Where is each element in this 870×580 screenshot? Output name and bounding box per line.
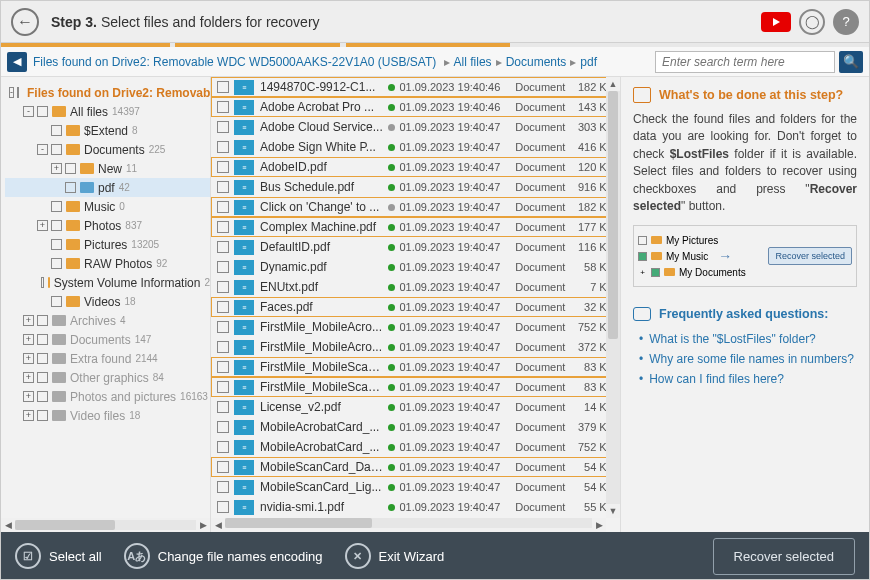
- file-row[interactable]: ≡Dynamic.pdf01.09.2023 19:40:47Document5…: [211, 257, 620, 277]
- file-row[interactable]: ≡MobileAcrobatCard_...01.09.2023 19:40:4…: [211, 437, 620, 457]
- tree-item[interactable]: -All files14397: [5, 102, 210, 121]
- pdf-icon: ≡: [234, 420, 254, 435]
- back-button[interactable]: ←: [11, 8, 39, 36]
- tree-item[interactable]: Pictures13205: [5, 235, 210, 254]
- faq-link[interactable]: Why are some file names in numbers?: [639, 349, 857, 369]
- breadcrumb[interactable]: Files found on Drive2: Removable WDC WD5…: [33, 55, 597, 69]
- hint-illustration: My Pictures My Music→Recover selected +M…: [633, 225, 857, 287]
- file-checkbox[interactable]: [217, 221, 229, 233]
- file-checkbox[interactable]: [217, 441, 229, 453]
- file-checkbox[interactable]: [217, 81, 229, 93]
- tree-item[interactable]: pdf42: [5, 178, 210, 197]
- file-checkbox[interactable]: [217, 101, 229, 113]
- file-checkbox[interactable]: [217, 481, 229, 493]
- status-dot: [383, 320, 399, 334]
- file-row[interactable]: ≡Complex Machine.pdf01.09.2023 19:40:47D…: [211, 217, 620, 237]
- file-row[interactable]: ≡FirstMile_MobileAcro...01.09.2023 19:40…: [211, 337, 620, 357]
- tree-item[interactable]: +Photos837: [5, 216, 210, 235]
- file-name: Faces.pdf: [260, 300, 383, 314]
- file-name: MobileAcrobatCard_...: [260, 440, 383, 454]
- file-row[interactable]: ≡FirstMile_MobileScan...01.09.2023 19:40…: [211, 377, 620, 397]
- recover-selected-button[interactable]: Recover selected: [713, 538, 855, 575]
- tree-item[interactable]: Music0: [5, 197, 210, 216]
- file-row[interactable]: ≡License_v2.pdf01.09.2023 19:40:47Docume…: [211, 397, 620, 417]
- tree-item[interactable]: +Documents147: [5, 330, 210, 349]
- exit-wizard-button[interactable]: ✕Exit Wizard: [345, 543, 445, 569]
- tree-item[interactable]: Videos18: [5, 292, 210, 311]
- file-checkbox[interactable]: [217, 501, 229, 513]
- file-row[interactable]: ≡AdobeID.pdf01.09.2023 19:40:47Document1…: [211, 157, 620, 177]
- file-row[interactable]: ≡Bus Schedule.pdf01.09.2023 19:40:47Docu…: [211, 177, 620, 197]
- pdf-icon: ≡: [234, 340, 254, 355]
- nav-back-icon[interactable]: ◀: [7, 52, 27, 72]
- select-all-button[interactable]: ☑Select all: [15, 543, 102, 569]
- file-checkbox[interactable]: [217, 241, 229, 253]
- tree-item[interactable]: +Extra found2144: [5, 349, 210, 368]
- file-date: 01.09.2023 19:40:47: [399, 201, 515, 213]
- tree-item[interactable]: $Extend8: [5, 121, 210, 140]
- file-row[interactable]: ≡MobileScanCard_Dar...01.09.2023 19:40:4…: [211, 457, 620, 477]
- search-button[interactable]: 🔍: [839, 51, 863, 73]
- file-type: Document: [515, 381, 572, 393]
- tree-h-scrollbar[interactable]: ◀▶: [1, 518, 210, 532]
- folder-tree[interactable]: -Files found on Drive2: Removab-All file…: [1, 77, 211, 532]
- status-dot: [383, 500, 399, 514]
- pdf-icon: ≡: [234, 240, 254, 255]
- file-type: Document: [515, 401, 572, 413]
- youtube-icon[interactable]: [761, 12, 791, 32]
- file-name: ENUtxt.pdf: [260, 280, 383, 294]
- tree-item[interactable]: System Volume Information2: [5, 273, 210, 292]
- file-row[interactable]: ≡1494870C-9912-C1...01.09.2023 19:40:46D…: [211, 77, 620, 97]
- file-row[interactable]: ≡MobileAcrobatCard_...01.09.2023 19:40:4…: [211, 417, 620, 437]
- help-icon[interactable]: ?: [833, 9, 859, 35]
- search-input[interactable]: [655, 51, 835, 73]
- file-checkbox[interactable]: [217, 281, 229, 293]
- file-checkbox[interactable]: [217, 401, 229, 413]
- file-name: nvidia-smi.1.pdf: [260, 500, 383, 514]
- file-row[interactable]: ≡Adobe Acrobat Pro ...01.09.2023 19:40:4…: [211, 97, 620, 117]
- file-row[interactable]: ≡Faces.pdf01.09.2023 19:40:47Document32 …: [211, 297, 620, 317]
- file-checkbox[interactable]: [217, 261, 229, 273]
- tree-item[interactable]: +New11: [5, 159, 210, 178]
- tree-item[interactable]: +Photos and pictures16163: [5, 387, 210, 406]
- file-checkbox[interactable]: [217, 161, 229, 173]
- file-checkbox[interactable]: [217, 141, 229, 153]
- file-row[interactable]: ≡nvidia-smi.1.pdf01.09.2023 19:40:47Docu…: [211, 497, 620, 517]
- tree-item[interactable]: +Archives4: [5, 311, 210, 330]
- tree-item[interactable]: -Files found on Drive2: Removab: [5, 83, 210, 102]
- file-row[interactable]: ≡FirstMile_MobileScan...01.09.2023 19:40…: [211, 357, 620, 377]
- file-row[interactable]: ≡FirstMile_MobileAcro...01.09.2023 19:40…: [211, 317, 620, 337]
- file-checkbox[interactable]: [217, 361, 229, 373]
- file-checkbox[interactable]: [217, 201, 229, 213]
- tree-item[interactable]: RAW Photos92: [5, 254, 210, 273]
- file-v-scrollbar[interactable]: ▲▼: [606, 77, 620, 518]
- file-checkbox[interactable]: [217, 341, 229, 353]
- user-icon[interactable]: ◯: [799, 9, 825, 35]
- file-row[interactable]: ≡Click on 'Change' to ...01.09.2023 19:4…: [211, 197, 620, 217]
- status-dot: [383, 360, 399, 374]
- file-checkbox[interactable]: [217, 381, 229, 393]
- tree-item[interactable]: +Other graphics84: [5, 368, 210, 387]
- file-checkbox[interactable]: [217, 121, 229, 133]
- file-checkbox[interactable]: [217, 461, 229, 473]
- file-row[interactable]: ≡Adobe Sign White P...01.09.2023 19:40:4…: [211, 137, 620, 157]
- file-row[interactable]: ≡DefaultID.pdf01.09.2023 19:40:47Documen…: [211, 237, 620, 257]
- file-checkbox[interactable]: [217, 301, 229, 313]
- tree-item[interactable]: +Video files18: [5, 406, 210, 425]
- file-row[interactable]: ≡MobileScanCard_Lig...01.09.2023 19:40:4…: [211, 477, 620, 497]
- file-checkbox[interactable]: [217, 421, 229, 433]
- file-checkbox[interactable]: [217, 181, 229, 193]
- pdf-icon: ≡: [234, 100, 254, 115]
- file-row[interactable]: ≡Adobe Cloud Service...01.09.2023 19:40:…: [211, 117, 620, 137]
- file-date: 01.09.2023 19:40:47: [399, 221, 515, 233]
- change-encoding-button[interactable]: AあChange file names encoding: [124, 543, 323, 569]
- file-row[interactable]: ≡ENUtxt.pdf01.09.2023 19:40:47Document7 …: [211, 277, 620, 297]
- file-type: Document: [515, 181, 572, 193]
- file-h-scrollbar[interactable]: ◀▶: [211, 518, 606, 532]
- faq-link[interactable]: How can I find files here?: [639, 369, 857, 389]
- tree-item[interactable]: -Documents225: [5, 140, 210, 159]
- file-checkbox[interactable]: [217, 321, 229, 333]
- pdf-icon: ≡: [234, 460, 254, 475]
- faq-link[interactable]: What is the "$LostFiles" folder?: [639, 329, 857, 349]
- status-dot: [383, 220, 399, 234]
